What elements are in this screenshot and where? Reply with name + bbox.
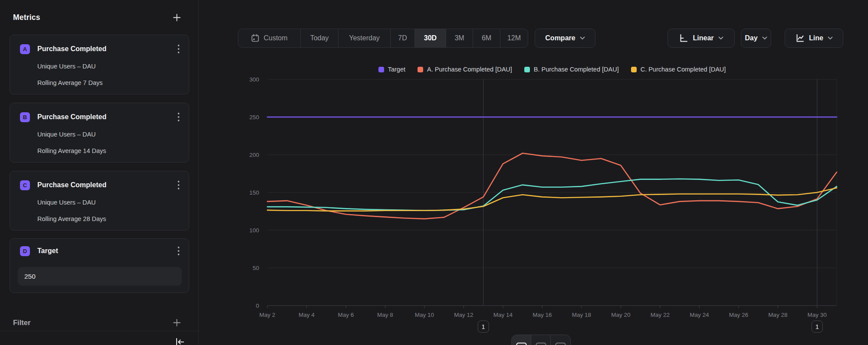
add-metric-button[interactable]	[173, 13, 181, 22]
metric-menu-button[interactable]	[174, 112, 183, 122]
sidebar-header: Metrics	[13, 11, 181, 23]
metric-card-b[interactable]: B Purchase Completed Unique Users – DAU …	[10, 103, 189, 163]
x-axis-label: May 6	[338, 312, 354, 318]
plus-icon	[173, 319, 181, 327]
metric-badge: A	[20, 44, 30, 54]
sidebar-title: Metrics	[13, 13, 40, 22]
y-axis-label: 0	[256, 303, 259, 309]
kebab-icon	[178, 180, 180, 190]
y-axis-label: 100	[249, 227, 259, 234]
plus-icon	[173, 13, 181, 22]
chart-panel: Custom Today Yesterday 7D 30D 3M 6M 12M …	[199, 0, 868, 345]
card-view-icon	[516, 342, 527, 345]
metric-transform: Rolling Average 7 Days	[37, 79, 102, 86]
y-axis-label: 300	[249, 76, 259, 83]
x-axis-label: May 10	[415, 312, 434, 318]
metrics-line-chart: 050100150200250300May 2May 4May 6May 8Ma…	[199, 0, 868, 345]
view-toggle	[511, 335, 571, 345]
metric-card-c[interactable]: C Purchase Completed Unique Users – DAU …	[10, 171, 189, 231]
x-axis-label: May 30	[808, 312, 827, 318]
target-value-input[interactable]	[18, 267, 182, 286]
add-filter-button[interactable]	[173, 319, 181, 327]
x-axis-label: May 20	[611, 312, 630, 318]
view-toggle-board-view[interactable]	[551, 335, 570, 345]
table-view-icon	[536, 342, 546, 345]
metric-title: Purchase Completed	[37, 113, 106, 121]
metric-menu-button[interactable]	[174, 44, 183, 54]
x-axis-label: May 4	[299, 312, 315, 318]
x-axis-label: May 18	[572, 312, 591, 318]
x-axis-label: May 16	[533, 312, 552, 318]
metrics-sidebar: Metrics A Purchase Completed Unique User…	[0, 0, 199, 345]
annotation-badge-label: 1	[482, 323, 485, 330]
kebab-icon	[178, 246, 180, 256]
metric-badge: C	[20, 180, 30, 190]
metric-measure: Unique Users – DAU	[37, 131, 96, 138]
target-card[interactable]: D Target	[10, 238, 189, 293]
metric-badge: D	[20, 246, 30, 256]
kebab-icon	[178, 44, 180, 54]
metric-transform: Rolling Average 28 Days	[37, 215, 106, 222]
y-axis-label: 50	[253, 265, 259, 271]
metric-badge: B	[20, 112, 30, 122]
metric-transform: Rolling Average 14 Days	[37, 147, 106, 154]
y-axis-label: 150	[249, 189, 259, 196]
view-toggle-table-view[interactable]	[531, 335, 551, 345]
metric-card-a[interactable]: A Purchase Completed Unique Users – DAU …	[10, 35, 189, 94]
board-view-icon	[555, 342, 566, 345]
collapse-sidebar-button[interactable]	[175, 338, 184, 345]
x-axis-label: May 8	[377, 312, 393, 318]
annotation-badge-label: 1	[815, 323, 819, 330]
kebab-icon	[178, 112, 180, 122]
x-axis-label: May 2	[260, 312, 276, 318]
x-axis-label: May 22	[651, 312, 670, 318]
filter-title: Filter	[13, 319, 30, 327]
arrow-to-left-icon	[175, 338, 184, 345]
x-axis-label: May 12	[454, 312, 473, 318]
y-axis-label: 250	[249, 114, 259, 120]
filter-section-header: Filter	[13, 317, 181, 328]
target-title: Target	[37, 247, 58, 255]
y-axis-label: 200	[249, 152, 259, 158]
target-menu-button[interactable]	[174, 246, 183, 256]
sidebar-divider	[0, 331, 198, 331]
series-line-c[interactable]	[267, 188, 837, 211]
x-axis-label: May 28	[768, 312, 787, 318]
metric-title: Purchase Completed	[37, 181, 106, 189]
x-axis-label: May 14	[493, 312, 513, 318]
x-axis-label: May 26	[729, 312, 748, 318]
x-axis-label: May 24	[690, 312, 709, 318]
metric-measure: Unique Users – DAU	[37, 63, 96, 70]
metric-menu-button[interactable]	[174, 180, 183, 190]
metric-title: Purchase Completed	[37, 45, 106, 53]
view-toggle-card-view[interactable]	[512, 335, 531, 345]
metric-measure: Unique Users – DAU	[37, 199, 96, 206]
